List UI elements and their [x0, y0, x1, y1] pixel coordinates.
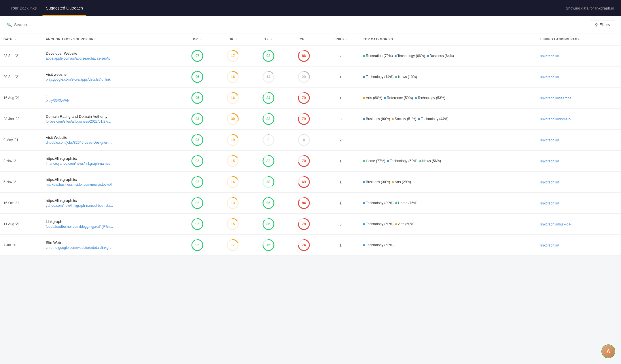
linked-page-link[interactable]: linkgraph.io/domain-... — [540, 117, 574, 121]
anchor-cell: Developer Website apps.apple.com/us/app/… — [42, 45, 180, 67]
table-header: DATE ↕ ANCHOR TEXT / SOURCE URL DR ↕ UR … — [0, 33, 621, 45]
date-cell: 20 Sep '21 — [0, 67, 42, 88]
col-categories: TOP CATEGORIES — [359, 33, 537, 45]
linked-page-link[interactable]: linkgraph.io/ — [540, 159, 559, 163]
linked-page-cell: linkgraph.io/ — [537, 45, 621, 67]
cf-cell: 0 — [286, 130, 321, 151]
anchor-cell: Linkgraph feeds.feedburner.com/bloggingp… — [42, 214, 180, 235]
dr-cell: 92 — [179, 235, 215, 256]
dr-cell: 93 — [179, 130, 215, 151]
anchor-title: Domain Rating and Domain Authority — [46, 114, 176, 119]
table-row: 3 Nov '21 https://linkgraph.io/ finance.… — [0, 151, 621, 172]
anchor-url[interactable]: feeds.feedburner.com/bloggingpro/PfjF?m.… — [46, 225, 113, 229]
dr-cell: 92 — [179, 214, 215, 235]
tab-suggested-outreach[interactable]: Suggested Outreach — [42, 0, 86, 16]
ur-cell: 15 — [215, 214, 251, 235]
linked-page-cell: linkgraph.io/ — [537, 235, 621, 256]
top-nav: Your Backlinks Suggested Outreach Showin… — [0, 0, 621, 16]
linked-page-link[interactable]: linkgraph.io/ — [540, 180, 559, 184]
ur-cell: 13 — [215, 193, 251, 214]
col-links[interactable]: LINKS ↕ — [322, 33, 360, 45]
col-date[interactable]: DATE ↕ — [0, 33, 42, 45]
anchor-cell: Visit website play.google.com/store/apps… — [42, 67, 180, 88]
dr-cell: 92 — [179, 172, 215, 193]
table-row: 28 Jan '22 Domain Rating and Domain Auth… — [0, 109, 621, 130]
col-cf[interactable]: CF ↕ — [286, 33, 321, 45]
anchor-cell: https://linkgraph.io/ yahoo.com/now/link… — [42, 193, 180, 214]
anchor-url[interactable]: chrome.google.com/webstore/detail/linkgr… — [46, 246, 114, 250]
linked-page-link[interactable]: linkgraph.io/ — [540, 201, 559, 205]
cf-cell: 78 — [286, 214, 321, 235]
col-dr[interactable]: DR ↕ — [179, 33, 215, 45]
links-cell: 3 — [322, 214, 360, 235]
cf-cell: 86 — [286, 45, 321, 67]
ur-cell: 16 — [215, 88, 251, 109]
links-cell: 1 — [322, 172, 360, 193]
table-row: 5 Nov '21 https://linkgraph.io/ markets.… — [0, 172, 621, 193]
anchor-url[interactable]: play.google.com/store/apps/details?id=li… — [46, 77, 113, 81]
anchor-cell: https://linkgraph.io/ finance.yahoo.com/… — [42, 151, 180, 172]
tf-cell: 84 — [251, 88, 286, 109]
linked-page-link[interactable]: linkgraph.io/searcha... — [540, 96, 574, 100]
categories-cell: Technology (89%) Home (76%) — [359, 193, 537, 214]
links-cell: 2 — [322, 45, 360, 67]
linked-page-link[interactable]: linkgraph.io/ — [540, 243, 559, 247]
search-input-wrapper: 🔍 — [7, 22, 591, 27]
nav-showing: Showing data for linkgraph.io — [566, 6, 614, 10]
anchor-url[interactable]: yahoo.com/now/linkgraph-named-best-sta..… — [46, 204, 113, 208]
date-cell: 9 May '21 — [0, 130, 42, 151]
anchor-title: Visit Website — [46, 135, 176, 140]
dr-cell: 96 — [179, 67, 215, 88]
categories-cell: Business (30%) Arts (29%) — [359, 172, 537, 193]
category-tag: Business (64%) — [427, 54, 454, 58]
anchor-title: https://linkgraph.io/ — [46, 156, 176, 161]
tf-cell: 86 — [251, 214, 286, 235]
tf-cell: 38 — [251, 172, 286, 193]
col-ur[interactable]: UR ↕ — [215, 33, 251, 45]
linked-page-cell: linkgraph.io/ — [537, 193, 621, 214]
anchor-url[interactable]: forbes.com/sites/allbusiness/2022/01/27/… — [46, 120, 111, 124]
linked-page-cell: linkgraph.io/searcha... — [537, 88, 621, 109]
category-tag: Arts (60%) — [395, 222, 414, 226]
links-cell: 1 — [322, 151, 360, 172]
category-tag: News (56%) — [419, 159, 441, 163]
category-tag: Technology (14%) — [363, 75, 393, 79]
anchor-title: Site Web — [46, 240, 176, 245]
linked-page-link[interactable]: linkgraph.io/ — [540, 54, 559, 58]
categories-cell: Recreation (70%) Technology (66%) Busine… — [359, 45, 537, 67]
linked-page-cell: linkgraph.io/ — [537, 67, 621, 88]
tf-cell: 92 — [251, 45, 286, 67]
cf-cell: 79 — [286, 88, 321, 109]
date-cell: 16 Oct '21 — [0, 193, 42, 214]
links-cell: 1 — [322, 88, 360, 109]
anchor-url[interactable]: apps.apple.com/us/app/searchatlas-seo/id… — [46, 56, 113, 60]
anchor-title: Developer Website — [46, 51, 176, 56]
links-cell: 1 — [322, 67, 360, 88]
categories-cell: Technology (63%) — [359, 235, 537, 256]
anchor-title: https://linkgraph.io/ — [46, 177, 176, 182]
tab-your-backlinks[interactable]: Your Backlinks — [7, 0, 40, 16]
links-cell: 1 — [322, 235, 360, 256]
search-icon: 🔍 — [7, 22, 12, 27]
anchor-url[interactable]: bit.ly/36XQVAN — [46, 98, 69, 103]
linked-page-link[interactable]: linkgraph.io/ — [540, 75, 559, 79]
col-tf[interactable]: TF ↕ — [251, 33, 286, 45]
anchor-url[interactable]: dribbble.com/jobs/82640-Lead-Designer-f.… — [46, 141, 112, 145]
col-anchor[interactable]: ANCHOR TEXT / SOURCE URL — [42, 33, 180, 45]
anchor-title: Linkgraph — [46, 219, 176, 224]
categories-cell: Technology (14%) News (10%) — [359, 67, 537, 88]
data-table-container: DATE ↕ ANCHOR TEXT / SOURCE URL DR ↕ UR … — [0, 33, 621, 256]
ur-cell: 17 — [215, 45, 251, 67]
search-input[interactable] — [14, 22, 591, 27]
filters-button[interactable]: ⚲ Filters — [591, 20, 614, 29]
date-cell: 11 Aug '21 — [0, 214, 42, 235]
anchor-url[interactable]: markets.businessinsider.com/news/stocks/… — [46, 183, 115, 187]
anchor-url[interactable]: finance.yahoo.com/news/linkgraph-named..… — [46, 162, 114, 166]
ur-cell: 15 — [215, 151, 251, 172]
cf-cell: 84 — [286, 193, 321, 214]
tf-cell: 83 — [251, 109, 286, 130]
ur-cell: 16 — [215, 67, 251, 88]
linked-page-link[interactable]: linkgraph.io/bulk-da-... — [540, 222, 574, 226]
date-cell: 5 Nov '21 — [0, 172, 42, 193]
linked-page-link[interactable]: linkgraph.io/ — [540, 138, 559, 142]
